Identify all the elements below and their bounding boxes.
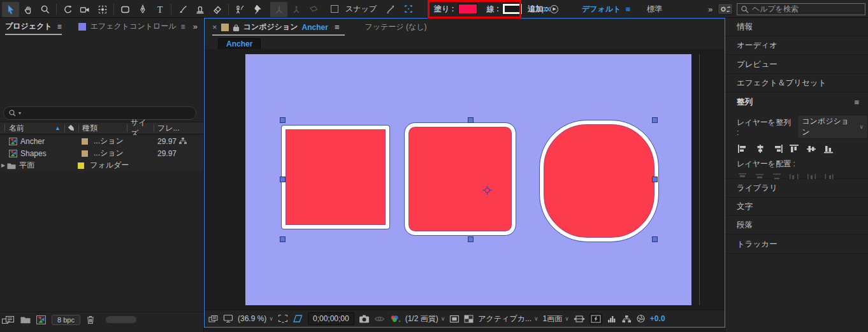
lock-icon[interactable] [233, 24, 240, 31]
exposure-value[interactable]: +0.0 [650, 314, 665, 323]
bit-depth-button[interactable]: 8 bpc [52, 315, 80, 325]
align-bottom-button[interactable] [823, 144, 835, 154]
interpret-footage-icon[interactable] [2, 315, 15, 324]
item-label-swatch[interactable] [82, 138, 88, 145]
always-preview-icon[interactable] [208, 315, 219, 323]
panel-libraries[interactable]: ライブラリ [726, 179, 868, 198]
shape-square[interactable] [282, 126, 389, 229]
tab-composition-ancher[interactable]: × コンポジション Ancher ≡ [212, 18, 345, 36]
panel-info[interactable]: 情報 [726, 18, 868, 36]
resolution-dropdown[interactable]: (1/2 画質) ∨ [405, 314, 445, 324]
composition-viewer[interactable] [205, 49, 725, 311]
selection-handle[interactable] [468, 117, 474, 123]
workspace-standard-tab[interactable]: 標準 [647, 4, 662, 15]
selection-handle[interactable] [652, 177, 658, 182]
panel-align-header[interactable]: 整列 ≡ [726, 93, 868, 112]
tab-footage[interactable]: フッテージ (なし) [365, 22, 427, 32]
monitor-icon[interactable] [223, 314, 233, 323]
shape-squircle[interactable] [540, 120, 658, 242]
label-column-icon[interactable] [68, 124, 76, 133]
clone-stamp-tool-button[interactable] [191, 2, 208, 17]
magnification-dropdown[interactable]: (36.9 %) ∨ [238, 314, 273, 323]
trash-icon[interactable] [86, 315, 95, 324]
pen-tool-button[interactable] [134, 2, 151, 17]
workspace-overflow-icon[interactable]: » [708, 4, 712, 14]
type-tool-button[interactable]: T [151, 2, 168, 17]
camera-tool-button[interactable] [76, 2, 94, 17]
add-play-icon[interactable]: ▶ [550, 5, 558, 13]
align-top-button[interactable] [789, 144, 800, 154]
item-label-swatch[interactable] [78, 162, 84, 169]
rotation-tool-button[interactable] [59, 2, 76, 17]
timecode-display[interactable]: 0;00;00;00 [308, 312, 354, 325]
selection-handle[interactable] [280, 117, 286, 123]
panel-tracker[interactable]: トラッカー [726, 235, 868, 254]
selection-handle[interactable] [652, 236, 658, 242]
local-axis-mode-button[interactable] [270, 2, 287, 17]
project-panel-menu-icon[interactable]: ≡ [57, 22, 62, 31]
project-row-ancher[interactable]: Ancher ...ション 29.97 [0, 135, 203, 147]
view-dropdown[interactable]: アクティブカ... ∨ [478, 314, 538, 324]
twirl-icon[interactable]: ▶ [1, 162, 5, 168]
column-name[interactable]: 名前 [9, 123, 55, 134]
column-fps[interactable]: フレ... [157, 123, 180, 134]
fill-color-swatch[interactable] [458, 4, 477, 14]
close-tab-icon[interactable]: × [212, 22, 217, 32]
hand-tool-button[interactable] [19, 2, 36, 17]
target-region-icon[interactable] [449, 315, 459, 323]
align-horizontal-center-button[interactable] [755, 144, 766, 154]
column-type[interactable]: 種類 [82, 123, 127, 134]
selection-handle[interactable] [468, 236, 474, 242]
roto-brush-tool-button[interactable] [231, 2, 249, 17]
shape-rounded-square[interactable] [405, 123, 516, 235]
eraser-tool-button[interactable] [208, 2, 226, 17]
new-composition-icon[interactable] [36, 315, 46, 324]
panel-audio[interactable]: オーディオ [726, 36, 868, 55]
world-axis-mode-button[interactable] [287, 2, 305, 17]
project-row-shapes[interactable]: Shapes ...ション 29.97 [0, 147, 203, 159]
region-of-interest-icon[interactable] [278, 314, 288, 323]
panel-paragraph[interactable]: 段落 [726, 216, 868, 235]
view-layout-dropdown[interactable]: 1画面 ∨ [543, 314, 569, 324]
workspace-menu-icon[interactable]: ≡ [625, 4, 630, 14]
show-snapshot-eye-icon[interactable] [374, 315, 385, 323]
flowchart-icon[interactable] [621, 315, 632, 323]
pan-behind-tool-button[interactable] [94, 2, 111, 17]
zoom-tool-button[interactable] [36, 2, 54, 17]
help-search-input[interactable] [752, 4, 854, 13]
brush-tool-button[interactable] [174, 2, 191, 17]
tab-effect-controls[interactable]: エフェクトコントロール ≡ [78, 21, 192, 32]
comp-mini-tab-ancher[interactable]: Ancher [218, 38, 261, 50]
horizontal-scrollbar-thumb[interactable] [106, 316, 136, 323]
align-panel-menu-icon[interactable]: ≡ [854, 97, 859, 107]
selection-handle[interactable] [652, 117, 658, 123]
align-vertical-center-button[interactable] [806, 144, 818, 154]
align-right-button[interactable] [772, 144, 783, 154]
panel-effects-presets[interactable]: エフェクト＆プリセット [726, 74, 868, 92]
project-row-solids-folder[interactable]: ▶ 平面 フォルダー [0, 159, 203, 171]
snap-checkbox[interactable] [331, 5, 338, 13]
pixel-aspect-correction-icon[interactable] [574, 315, 585, 323]
new-folder-icon[interactable] [20, 315, 31, 324]
item-label-swatch[interactable] [82, 150, 88, 157]
stroke-color-swatch[interactable] [503, 4, 522, 14]
selection-tool-button[interactable] [2, 2, 19, 17]
project-tabs-overflow-icon[interactable]: » [193, 22, 198, 31]
safe-guides-icon[interactable] [293, 314, 303, 323]
selection-handle[interactable] [280, 236, 286, 242]
sort-ascending-icon[interactable]: ▲ [55, 125, 61, 131]
help-search-field[interactable] [737, 3, 865, 15]
transparency-grid-icon[interactable] [464, 315, 474, 323]
snap-along-edges-icon[interactable] [386, 4, 396, 14]
project-search-box[interactable]: ▾ [3, 106, 196, 120]
channels-rgb-icon[interactable] [389, 315, 401, 323]
puppet-pin-tool-button[interactable] [249, 2, 266, 17]
shape-tool-button[interactable] [117, 2, 134, 17]
workspace-default-tab[interactable]: デフォルト [582, 4, 621, 15]
fast-preview-icon[interactable] [590, 314, 602, 324]
snapshot-camera-icon[interactable] [359, 314, 370, 323]
snap-to-feature-icon[interactable] [403, 4, 414, 14]
align-left-button[interactable] [737, 144, 749, 154]
view-axis-mode-button[interactable] [305, 2, 322, 17]
panel-character[interactable]: 文字 [726, 198, 868, 216]
